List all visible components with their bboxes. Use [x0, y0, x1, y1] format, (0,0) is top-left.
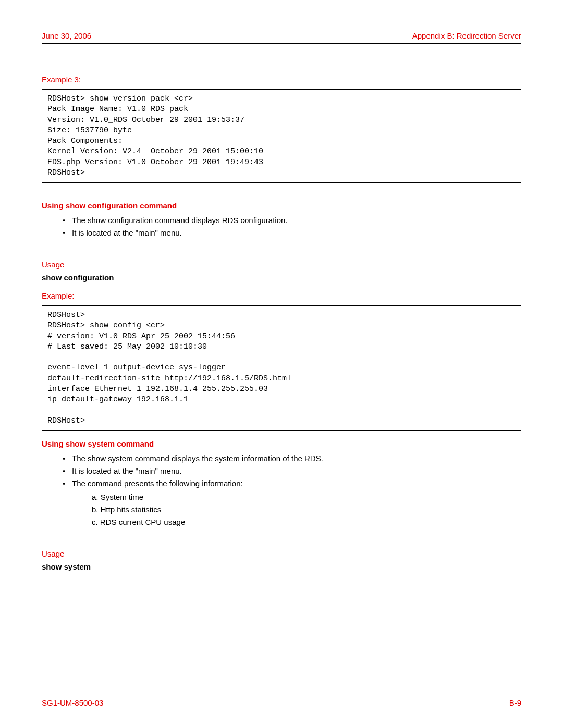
- header-date: June 30, 2006: [42, 31, 91, 40]
- header-appendix: Appendix B: Redirection Server: [412, 31, 521, 40]
- footer-page: B-9: [509, 698, 521, 707]
- section-system-list: The show system command displays the sys…: [42, 452, 521, 528]
- example-config-label: Example:: [42, 291, 521, 300]
- example3-label: Example 3:: [42, 75, 521, 84]
- sub-item: b. Http hits statistics: [92, 503, 521, 516]
- usage-system-label: Usage: [42, 549, 521, 558]
- sub-item: c. RDS current CPU usage: [92, 516, 521, 528]
- example3-code-block: RDSHost> show version pack <cr> Pack Ima…: [42, 89, 521, 183]
- list-item-text: The command presents the following infor…: [72, 479, 243, 488]
- footer-docid: SG1-UM-8500-03: [42, 698, 103, 707]
- list-item: It is located at the "main" menu.: [63, 227, 521, 239]
- page-header: June 30, 2006 Appendix B: Redirection Se…: [42, 31, 521, 44]
- list-item: The command presents the following infor…: [63, 477, 521, 528]
- section-config-heading: Using show configuration command: [42, 201, 521, 210]
- sub-item: a. System time: [92, 491, 521, 503]
- list-item: The show system command displays the sys…: [63, 452, 521, 465]
- usage-config-cmd: show configuration: [42, 273, 521, 282]
- section-config-list: The show configuration command displays …: [42, 214, 521, 239]
- list-item: It is located at the "main" menu.: [63, 465, 521, 477]
- usage-system-cmd: show system: [42, 562, 521, 571]
- page-footer: SG1-UM-8500-03 B-9: [42, 693, 521, 707]
- list-item: The show configuration command displays …: [63, 214, 521, 227]
- section-system-heading: Using show system command: [42, 439, 521, 448]
- example-config-code-block: RDSHost> RDSHost> show config <cr> # ver…: [42, 305, 521, 431]
- usage-config-label: Usage: [42, 260, 521, 269]
- sub-list: a. System time b. Http hits statistics c…: [72, 491, 521, 528]
